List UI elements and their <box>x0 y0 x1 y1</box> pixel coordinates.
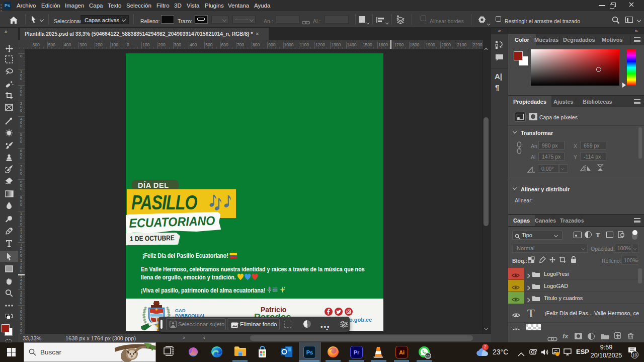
svg-text:Ps: Ps <box>306 349 313 355</box>
svg-text:11: 11 <box>426 354 430 358</box>
svg-text:Pr: Pr <box>354 349 360 355</box>
svg-text:Ai: Ai <box>399 349 405 355</box>
